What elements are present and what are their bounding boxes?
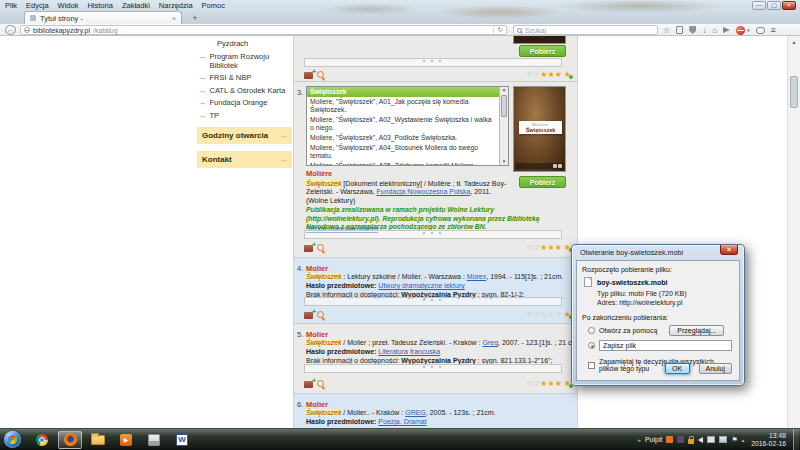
sidebar-item-program-rozwoju[interactable]: → Program Rozwoju Bibliotek bbox=[199, 53, 292, 70]
hamburger-menu-icon[interactable]: ≡ bbox=[771, 26, 776, 35]
sidebar-item-tp[interactable]: → TP bbox=[199, 112, 292, 121]
menu-narzedzia[interactable]: Narzędzia bbox=[159, 1, 193, 10]
list-item[interactable]: Moliere, "Świętoszek", A01_Jak poczęła s… bbox=[307, 97, 508, 115]
downloads-icon[interactable]: ↓ bbox=[702, 26, 706, 35]
tray-tasklist-icon[interactable] bbox=[707, 436, 715, 443]
zoom-details-icon[interactable] bbox=[317, 71, 325, 79]
open-with-radio[interactable] bbox=[588, 327, 595, 334]
adblock-icon[interactable] bbox=[736, 26, 745, 35]
search-input[interactable] bbox=[525, 27, 654, 34]
star-icon[interactable]: ★ bbox=[555, 71, 562, 79]
browser-tab[interactable]: Tytuł strony - × bbox=[24, 11, 182, 24]
zoom-details-icon[interactable] bbox=[317, 380, 325, 388]
download-button[interactable]: Pobierz bbox=[519, 176, 566, 188]
scroll-up-icon[interactable]: ▴ bbox=[788, 38, 800, 45]
start-button[interactable] bbox=[4, 431, 21, 448]
star-icon[interactable]: ★ bbox=[540, 71, 547, 79]
star-icon[interactable]: ☆ bbox=[533, 380, 540, 388]
pocket-icon[interactable] bbox=[676, 26, 683, 34]
rate-item-icon[interactable]: ★ bbox=[564, 311, 571, 319]
save-file-option[interactable]: Zapisz plik bbox=[599, 340, 732, 351]
star-icon[interactable]: ★ bbox=[547, 380, 554, 388]
subject-link[interactable]: Poezja. Dramat bbox=[378, 418, 426, 425]
taskbar-clock[interactable]: 13:48 2016-02-16 bbox=[751, 432, 786, 448]
shield-icon[interactable] bbox=[689, 26, 696, 34]
restore-icon[interactable]: ▢ bbox=[767, 1, 781, 10]
scrollbar-thumb[interactable] bbox=[790, 76, 798, 108]
list-item[interactable]: Moliere, "Świętoszek", A04_Stosunek Moli… bbox=[307, 143, 508, 161]
hello-chat-icon[interactable] bbox=[756, 27, 765, 34]
star-icon[interactable]: ☆ bbox=[547, 311, 554, 319]
cancel-button[interactable]: Anuluj bbox=[699, 363, 732, 374]
menu-widok[interactable]: Widok bbox=[58, 1, 79, 10]
close-icon[interactable]: × bbox=[782, 1, 796, 10]
menu-edycja[interactable]: Edycja bbox=[26, 1, 49, 10]
menu-plik[interactable]: Plik bbox=[5, 1, 17, 10]
tray-adblock-icon[interactable] bbox=[666, 436, 673, 443]
star-icon[interactable]: ☆ bbox=[526, 71, 533, 79]
sidebar-item-catl-karta[interactable]: → CATL & Ośrodek Karta bbox=[199, 87, 292, 96]
search-box[interactable] bbox=[513, 25, 658, 35]
rate-item-icon[interactable]: ★ bbox=[564, 380, 571, 388]
sidebar-link-partial[interactable]: Pyzdrach bbox=[217, 39, 292, 48]
publisher-link[interactable]: Fundacja Nowoczesna Polska bbox=[377, 188, 471, 195]
menu-historia[interactable]: Historia bbox=[87, 1, 112, 10]
star-icon[interactable]: ★ bbox=[540, 380, 547, 388]
zoom-details-icon[interactable] bbox=[317, 244, 325, 252]
star-icon[interactable]: ★ bbox=[540, 244, 547, 252]
tray-action-center-icon[interactable]: ⚑ bbox=[731, 436, 737, 443]
rate-item-icon[interactable]: ★ bbox=[564, 244, 571, 252]
tray-network-icon[interactable] bbox=[719, 436, 727, 443]
save-file-radio[interactable] bbox=[588, 342, 595, 349]
tray-show-hidden-icon[interactable]: ▴ bbox=[742, 437, 745, 443]
star-icon[interactable]: ☆ bbox=[526, 311, 533, 319]
hours-button[interactable]: Godziny otwarcia → bbox=[197, 127, 292, 144]
add-to-basket-icon[interactable] bbox=[304, 245, 313, 252]
reload-icon[interactable]: ↻ bbox=[493, 26, 503, 34]
star-icon[interactable]: ★ bbox=[547, 71, 554, 79]
star-icon[interactable]: ★ bbox=[555, 244, 562, 252]
toolbar-chevron[interactable]: » bbox=[638, 437, 641, 443]
list-item-selected[interactable]: Świętoszek ▸ bbox=[307, 87, 508, 97]
zoom-details-icon[interactable] bbox=[317, 311, 325, 319]
subject-link[interactable]: Literatura francuska bbox=[378, 348, 440, 355]
list-item[interactable]: Moliere, "Świętoszek", A03_Podłoże Święt… bbox=[307, 133, 508, 143]
contact-button[interactable]: Kontakt → bbox=[197, 151, 292, 168]
taskbar-firefox-active[interactable] bbox=[58, 431, 82, 449]
tray-app-icon[interactable] bbox=[677, 436, 684, 443]
star-icon[interactable]: ☆ bbox=[526, 244, 533, 252]
tab-close-icon[interactable]: × bbox=[172, 15, 176, 22]
star-icon[interactable]: ☆ bbox=[533, 244, 540, 252]
star-icon[interactable]: ★ bbox=[555, 380, 562, 388]
minimize-icon[interactable]: — bbox=[752, 1, 766, 10]
show-desktop-button[interactable] bbox=[793, 429, 799, 450]
star-icon[interactable]: ☆ bbox=[533, 71, 540, 79]
list-item[interactable]: Moliere, "Świętoszek", A02_Wystawienie Ś… bbox=[307, 115, 508, 133]
dialog-close-icon[interactable]: × bbox=[720, 245, 738, 255]
taskbar-media-player[interactable]: ▶ bbox=[114, 431, 138, 449]
tray-lock-icon[interactable] bbox=[688, 439, 694, 444]
star-icon[interactable]: ☆ bbox=[540, 311, 547, 319]
tray-volume-icon[interactable] bbox=[698, 437, 703, 443]
sidebar-item-fundacja-orange[interactable]: → Fundacja Orange bbox=[199, 99, 292, 108]
download-button[interactable]: Pobierz bbox=[519, 45, 566, 57]
chapter-listbox[interactable]: Świętoszek ▸ Moliere, "Świętoszek", A01_… bbox=[306, 86, 509, 166]
menu-zakladki[interactable]: Zakładki bbox=[122, 1, 150, 10]
remember-checkbox[interactable] bbox=[588, 362, 595, 369]
publisher-link[interactable]: Morex bbox=[467, 273, 486, 280]
rate-item-icon[interactable]: ★ bbox=[564, 71, 571, 79]
browse-button[interactable]: Przeglądaj... bbox=[669, 325, 724, 336]
publisher-link[interactable]: GREG bbox=[405, 409, 426, 416]
back-icon[interactable]: ← bbox=[5, 25, 16, 35]
list-item[interactable]: Moliere, "Świętoszek", A05_Zdobycze kome… bbox=[307, 161, 508, 166]
menu-pomoc[interactable]: Pomoc bbox=[202, 1, 225, 10]
scroll-down-icon[interactable]: ▼ bbox=[500, 159, 508, 165]
scroll-up-icon[interactable]: ▲ bbox=[502, 87, 506, 92]
add-to-basket-icon[interactable] bbox=[304, 381, 313, 388]
star-icon[interactable]: ★ bbox=[547, 244, 554, 252]
ok-button[interactable]: OK bbox=[665, 363, 690, 374]
bookmark-star-icon[interactable]: ☆ bbox=[663, 26, 670, 35]
taskbar-word[interactable]: W bbox=[170, 431, 194, 449]
desktop-toolbar-label[interactable]: Pulpit bbox=[645, 436, 663, 443]
taskbar-app[interactable] bbox=[142, 431, 166, 449]
